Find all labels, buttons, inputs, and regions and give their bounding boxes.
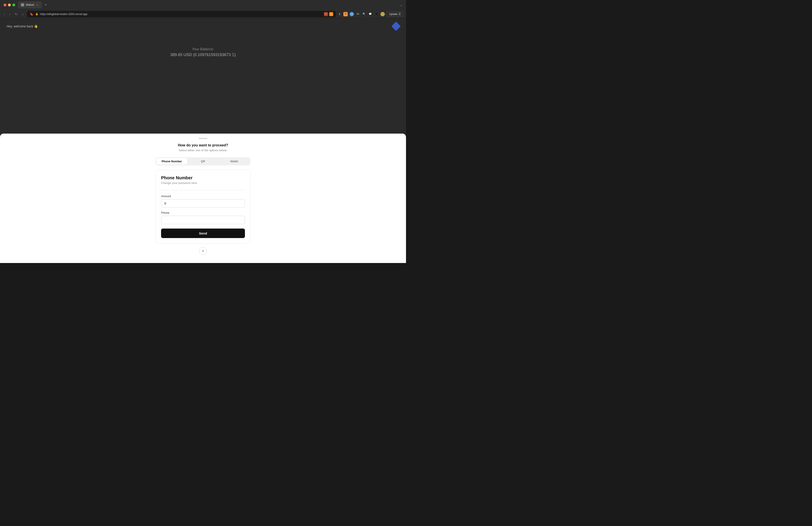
address-bar-security-icons: 🛡 ⚠: [324, 12, 333, 16]
tab-bar: Waloot ✕ +: [18, 1, 397, 9]
browser-toolbar: ‹ › ↻ ⌂ 🔖 🔒 https://ethglobal-london-202…: [0, 10, 406, 18]
modal-drag-handle: [199, 138, 207, 139]
address-bar[interactable]: 🔖 🔒 https://ethglobal-london-2024.vercel…: [27, 11, 336, 17]
download-icon[interactable]: ⬇: [374, 12, 379, 16]
modal-sheet: How do you want to proceed? Select eithe…: [0, 133, 406, 263]
modal-subtitle: Select either one of the options below.: [4, 148, 402, 152]
ext-game-icon[interactable]: 🎮: [356, 12, 360, 16]
phone-number-form-card: Phone Number Change your password here A…: [156, 170, 250, 244]
phone-label: Phone: [161, 211, 245, 214]
user-avatar[interactable]: [380, 12, 385, 16]
new-tab-button[interactable]: +: [44, 3, 48, 7]
browser-tab-active[interactable]: Waloot ✕: [18, 1, 42, 9]
tab-label: Waloot: [26, 3, 34, 6]
amount-label: Amount: [161, 195, 245, 198]
back-button[interactable]: ‹: [3, 12, 6, 17]
notification-icon[interactable]: 💬: [368, 12, 373, 16]
toolbar-actions: ⬆ 🦊 12 🎮 🔍 💬 ⬇ Update ☰: [338, 12, 403, 17]
forward-button[interactable]: ›: [8, 12, 12, 17]
share-icon[interactable]: ⬆: [338, 12, 342, 16]
browser-chrome: Waloot ✕ + ⌄ ‹ › ↻ ⌂ 🔖 🔒 https://ethglob…: [0, 0, 406, 18]
update-label: Update: [389, 13, 397, 16]
modal-overlay: How do you want to proceed? Select eithe…: [0, 18, 406, 263]
send-button[interactable]: Send: [161, 229, 245, 238]
tab-close-button[interactable]: ✕: [36, 3, 39, 6]
tab-favicon: [21, 3, 24, 6]
form-divider: [161, 190, 245, 190]
tab-wallet[interactable]: Wallet: [219, 158, 250, 165]
traffic-light-red[interactable]: [3, 3, 6, 6]
home-button[interactable]: ⌂: [20, 12, 25, 17]
menu-icon: ☰: [398, 13, 401, 16]
proceed-tabs: Phone Number QR Wallet: [156, 157, 250, 166]
modal-close-button[interactable]: ×: [199, 247, 207, 255]
traffic-lights: [3, 3, 15, 6]
form-section-subtitle: Change your password here: [161, 181, 245, 185]
phone-input[interactable]: [161, 216, 245, 224]
traffic-light-green[interactable]: [12, 3, 15, 6]
window-expand-icon: ⌄: [400, 3, 403, 7]
phone-form-group: Phone: [161, 211, 245, 224]
page-content: Hey, welcome back 👋 Your Balance: 389.65…: [0, 18, 406, 263]
amount-input[interactable]: [161, 199, 245, 208]
ext-badge-icon[interactable]: 12: [349, 12, 354, 16]
lock-icon: 🔒: [35, 13, 39, 15]
close-button-container: ×: [4, 244, 402, 259]
extension-warning-icon: ⚠: [329, 12, 333, 16]
amount-form-group: Amount: [161, 195, 245, 208]
form-section-title: Phone Number: [161, 175, 245, 181]
traffic-light-yellow[interactable]: [8, 3, 11, 6]
modal-title: How do you want to proceed?: [4, 143, 402, 147]
tab-phone-number[interactable]: Phone Number: [156, 158, 187, 165]
tab-qr[interactable]: QR: [187, 158, 218, 165]
ext-search-icon[interactable]: 🔍: [362, 12, 366, 16]
bookmark-icon: 🔖: [30, 12, 33, 16]
address-url: https://ethglobal-london-2024.vercel.app: [40, 13, 322, 16]
browser-titlebar: Waloot ✕ + ⌄: [0, 0, 406, 10]
ext-fox-icon[interactable]: 🦊: [343, 12, 348, 16]
brave-shield-icon: 🛡: [324, 12, 328, 16]
reload-button[interactable]: ↻: [13, 12, 19, 17]
update-button[interactable]: Update ☰: [387, 12, 403, 17]
